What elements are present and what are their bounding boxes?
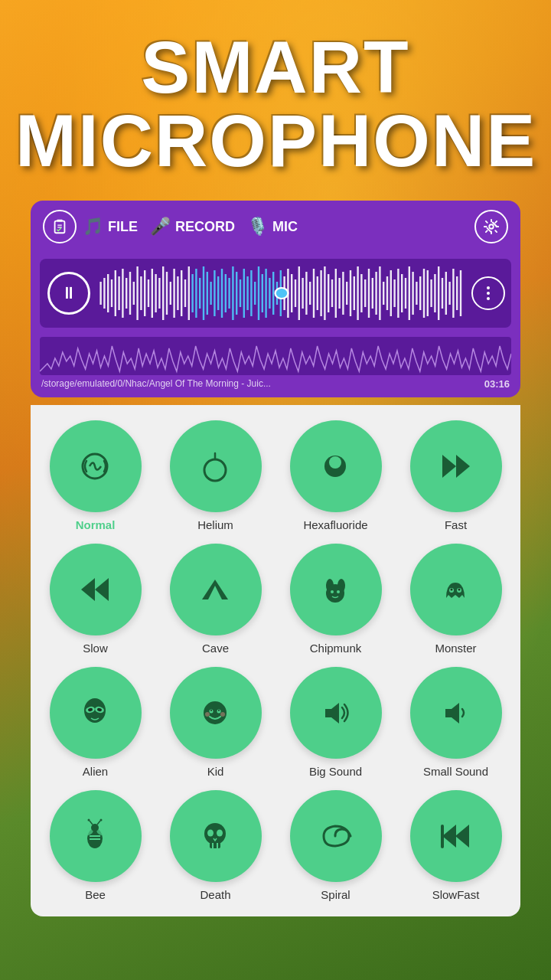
effect-cave[interactable]: Cave xyxy=(158,544,272,655)
svg-point-136 xyxy=(218,710,220,711)
svg-rect-24 xyxy=(162,266,164,320)
effect-monster[interactable]: Monster xyxy=(399,544,513,655)
effect-circle-death xyxy=(170,790,262,882)
effect-death[interactable]: Death xyxy=(158,790,272,901)
tab-record[interactable]: 🎤 RECORD xyxy=(150,217,235,237)
effect-kid[interactable]: Kid xyxy=(158,667,272,778)
svg-rect-50 xyxy=(258,266,259,320)
effect-circle-helium xyxy=(170,420,262,512)
settings-button[interactable] xyxy=(474,210,508,243)
svg-rect-86 xyxy=(390,270,392,316)
svg-rect-152 xyxy=(210,842,220,848)
effect-circle-normal xyxy=(50,420,142,512)
svg-rect-44 xyxy=(236,272,237,315)
svg-rect-27 xyxy=(173,269,174,318)
effect-alien[interactable]: Alien xyxy=(38,667,152,778)
effect-label-slow: Slow xyxy=(83,642,108,655)
effect-circle-spiral xyxy=(290,790,382,882)
svg-point-121 xyxy=(331,590,334,593)
effect-circle-alien xyxy=(50,667,142,759)
waveform-container[interactable]: ⏸ xyxy=(40,259,511,328)
effect-label-cave: Cave xyxy=(202,642,229,655)
svg-rect-65 xyxy=(313,269,315,318)
svg-rect-87 xyxy=(393,279,395,307)
svg-rect-36 xyxy=(207,272,208,315)
svg-rect-29 xyxy=(181,270,182,316)
svg-point-155 xyxy=(207,829,214,836)
svg-point-108 xyxy=(204,459,226,481)
effect-label-hexafluoride: Hexafluoride xyxy=(303,518,367,531)
svg-rect-30 xyxy=(184,279,186,307)
effect-bee[interactable]: Bee xyxy=(38,790,152,901)
effect-circle-small-sound xyxy=(410,667,502,759)
svg-rect-66 xyxy=(317,276,318,310)
svg-rect-68 xyxy=(324,266,325,320)
svg-rect-61 xyxy=(298,266,300,320)
svg-point-120 xyxy=(326,584,344,603)
svg-rect-76 xyxy=(354,276,355,310)
tab-mic[interactable]: 🎙️ MIC xyxy=(247,217,298,237)
svg-rect-92 xyxy=(412,272,413,315)
svg-point-146 xyxy=(91,824,99,831)
effect-fast[interactable]: Fast xyxy=(399,420,513,531)
effect-label-normal: Normal xyxy=(76,518,116,531)
svg-rect-72 xyxy=(338,278,340,309)
effect-label-monster: Monster xyxy=(435,642,476,655)
effect-circle-hexafluoride xyxy=(290,420,382,512)
svg-rect-49 xyxy=(254,282,256,305)
pause-button[interactable]: ⏸ xyxy=(47,272,90,315)
effect-label-big-sound: Big Sound xyxy=(309,765,362,778)
svg-point-150 xyxy=(100,818,103,821)
svg-rect-71 xyxy=(335,269,337,318)
svg-rect-100 xyxy=(442,278,443,309)
svg-rect-83 xyxy=(379,266,380,320)
svg-rect-31 xyxy=(188,266,190,320)
effect-circle-bee xyxy=(50,790,142,882)
effect-chipmunk[interactable]: Chipmunk xyxy=(279,544,393,655)
more-button[interactable] xyxy=(471,276,505,310)
effect-normal[interactable]: Normal xyxy=(38,420,152,531)
svg-rect-10 xyxy=(111,279,112,307)
svg-rect-41 xyxy=(225,274,227,312)
effect-spiral[interactable]: Spiral xyxy=(279,790,393,901)
effect-label-bee: Bee xyxy=(85,888,106,901)
tab-file[interactable]: 🎵 FILE xyxy=(83,217,138,237)
svg-rect-84 xyxy=(383,282,384,305)
svg-rect-85 xyxy=(386,276,388,310)
svg-rect-77 xyxy=(357,266,358,320)
svg-rect-19 xyxy=(144,270,145,316)
svg-rect-91 xyxy=(409,266,410,320)
effect-label-slowfast: SlowFast xyxy=(432,888,480,901)
svg-rect-70 xyxy=(331,279,333,307)
svg-rect-104 xyxy=(456,276,458,310)
effect-helium[interactable]: Helium xyxy=(158,420,272,531)
effect-slow[interactable]: Slow xyxy=(38,544,152,655)
svg-rect-16 xyxy=(133,282,135,305)
effect-big-sound[interactable]: Big Sound xyxy=(279,667,393,778)
svg-rect-95 xyxy=(423,269,425,318)
clipboard-button[interactable] xyxy=(43,210,77,243)
effect-hexafluoride[interactable]: Hexafluoride xyxy=(279,420,393,531)
tab-mic-label: MIC xyxy=(272,219,298,235)
svg-point-106 xyxy=(276,288,289,299)
svg-rect-159 xyxy=(441,825,444,848)
waveform-visual xyxy=(98,263,465,324)
effect-label-small-sound: Small Sound xyxy=(423,765,488,778)
effect-circle-slowfast xyxy=(410,790,502,882)
effect-slowfast[interactable]: SlowFast xyxy=(399,790,513,901)
svg-rect-35 xyxy=(203,266,204,320)
effect-label-fast: Fast xyxy=(445,518,467,531)
svg-rect-80 xyxy=(368,269,370,318)
svg-rect-51 xyxy=(262,274,263,312)
svg-rect-40 xyxy=(221,269,223,318)
spectrum-area xyxy=(40,337,511,375)
svg-point-135 xyxy=(210,710,212,711)
svg-rect-96 xyxy=(427,270,429,316)
effect-circle-big-sound xyxy=(290,667,382,759)
svg-rect-37 xyxy=(210,282,211,305)
svg-rect-8 xyxy=(103,278,105,309)
svg-rect-9 xyxy=(107,274,109,312)
svg-rect-20 xyxy=(148,279,149,307)
tab-record-label: RECORD xyxy=(175,219,235,235)
effect-small-sound[interactable]: Small Sound xyxy=(399,667,513,778)
